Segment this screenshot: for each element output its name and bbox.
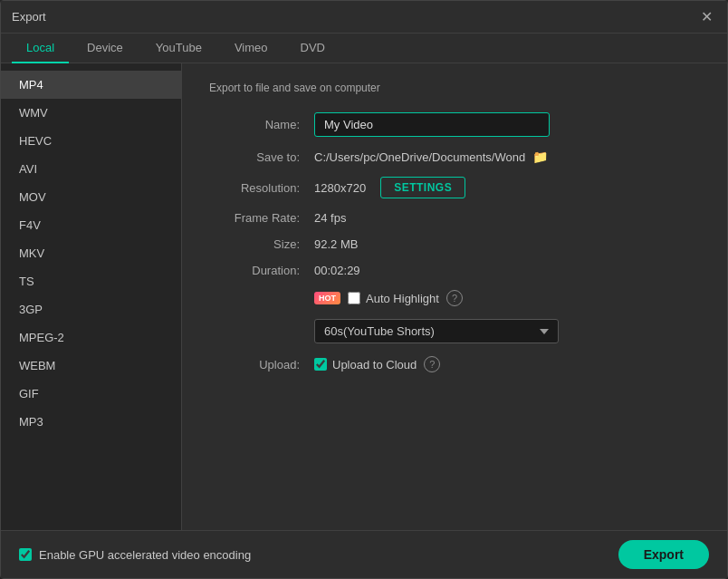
upload-to-cloud-label[interactable]: Upload to Cloud bbox=[314, 358, 417, 372]
name-row: Name: bbox=[209, 112, 700, 137]
size-value: 92.2 MB bbox=[314, 237, 358, 251]
tab-vimeo[interactable]: Vimeo bbox=[220, 34, 283, 63]
footer: Enable GPU accelerated video encoding Ex… bbox=[1, 530, 727, 578]
sidebar-item-mp4[interactable]: MP4 bbox=[1, 71, 181, 99]
tab-youtube[interactable]: YouTube bbox=[141, 34, 216, 63]
sidebar: MP4 WMV HEVC AVI MOV F4V MKV TS 3GP MPEG… bbox=[1, 63, 182, 530]
upload-help-icon[interactable]: ? bbox=[424, 356, 440, 372]
upload-row: Upload: Upload to Cloud ? bbox=[209, 356, 700, 372]
save-to-label: Save to: bbox=[209, 150, 300, 164]
frame-rate-value: 24 fps bbox=[314, 211, 346, 225]
settings-button[interactable]: SETTINGS bbox=[380, 177, 465, 198]
duration-row: Duration: 00:02:29 bbox=[209, 264, 700, 277]
sidebar-item-wmv[interactable]: WMV bbox=[1, 99, 181, 127]
export-button[interactable]: Export bbox=[618, 540, 709, 569]
duration-value: 00:02:29 bbox=[314, 264, 360, 277]
sidebar-item-ts[interactable]: TS bbox=[1, 267, 181, 295]
window-title: Export bbox=[12, 10, 46, 24]
folder-icon[interactable]: 📁 bbox=[532, 150, 548, 164]
sidebar-item-3gp[interactable]: 3GP bbox=[1, 295, 181, 323]
frame-rate-label: Frame Rate: bbox=[209, 211, 300, 225]
sidebar-item-mkv[interactable]: MKV bbox=[1, 239, 181, 267]
resolution-label: Resolution: bbox=[209, 181, 300, 195]
sidebar-item-mp3[interactable]: MP3 bbox=[1, 408, 181, 436]
tab-local[interactable]: Local bbox=[12, 34, 69, 63]
upload-to-cloud-checkbox[interactable] bbox=[314, 358, 327, 371]
sidebar-item-hevc[interactable]: HEVC bbox=[1, 127, 181, 155]
auto-highlight-help-icon[interactable]: ? bbox=[446, 290, 463, 306]
resolution-row: Resolution: 1280x720 SETTINGS bbox=[209, 177, 700, 198]
title-bar: Export ✕ bbox=[1, 1, 727, 34]
resolution-value: 1280x720 bbox=[314, 181, 366, 195]
gpu-encoding-label[interactable]: Enable GPU accelerated video encoding bbox=[19, 548, 251, 562]
auto-highlight-checkbox[interactable] bbox=[348, 292, 360, 304]
tab-dvd[interactable]: DVD bbox=[286, 34, 340, 63]
tab-device[interactable]: Device bbox=[72, 34, 138, 63]
section-title: Export to file and save on computer bbox=[209, 82, 700, 94]
size-label: Size: bbox=[209, 237, 300, 251]
sidebar-item-f4v[interactable]: F4V bbox=[1, 211, 181, 239]
duration-label: Duration: bbox=[209, 264, 300, 277]
resolution-container: 1280x720 SETTINGS bbox=[314, 177, 465, 198]
export-window: Export ✕ Local Device YouTube Vimeo DVD … bbox=[0, 0, 728, 579]
save-to-path: C:/Users/pc/OneDrive/Documents/Wond bbox=[314, 150, 525, 164]
highlight-container: HOT Auto Highlight ? bbox=[314, 290, 463, 306]
name-label: Name: bbox=[209, 118, 300, 131]
sidebar-item-gif[interactable]: GIF bbox=[1, 380, 181, 408]
hot-badge: HOT bbox=[314, 292, 340, 304]
name-input[interactable] bbox=[314, 112, 550, 137]
close-button[interactable]: ✕ bbox=[697, 8, 716, 26]
sidebar-item-webm[interactable]: WEBM bbox=[1, 352, 181, 380]
youtube-shorts-dropdown-container: 60s(YouTube Shorts) 30s 15s bbox=[314, 319, 700, 343]
save-to-row: Save to: C:/Users/pc/OneDrive/Documents/… bbox=[209, 150, 700, 164]
sidebar-item-mpeg2[interactable]: MPEG-2 bbox=[1, 323, 181, 352]
gpu-encoding-checkbox[interactable] bbox=[19, 548, 32, 561]
size-row: Size: 92.2 MB bbox=[209, 237, 700, 251]
upload-container: Upload to Cloud ? bbox=[314, 356, 440, 372]
youtube-shorts-dropdown[interactable]: 60s(YouTube Shorts) 30s 15s bbox=[314, 319, 559, 343]
frame-rate-row: Frame Rate: 24 fps bbox=[209, 211, 700, 225]
main-panel: Export to file and save on computer Name… bbox=[182, 63, 727, 530]
content-area: MP4 WMV HEVC AVI MOV F4V MKV TS 3GP MPEG… bbox=[1, 63, 727, 530]
sidebar-item-mov[interactable]: MOV bbox=[1, 183, 181, 211]
save-to-container: C:/Users/pc/OneDrive/Documents/Wond 📁 bbox=[314, 150, 548, 164]
sidebar-item-avi[interactable]: AVI bbox=[1, 155, 181, 183]
auto-highlight-row: HOT Auto Highlight ? bbox=[209, 290, 700, 306]
upload-label: Upload: bbox=[209, 358, 300, 372]
auto-highlight-label[interactable]: Auto Highlight bbox=[348, 292, 439, 305]
tab-bar: Local Device YouTube Vimeo DVD bbox=[1, 34, 727, 63]
